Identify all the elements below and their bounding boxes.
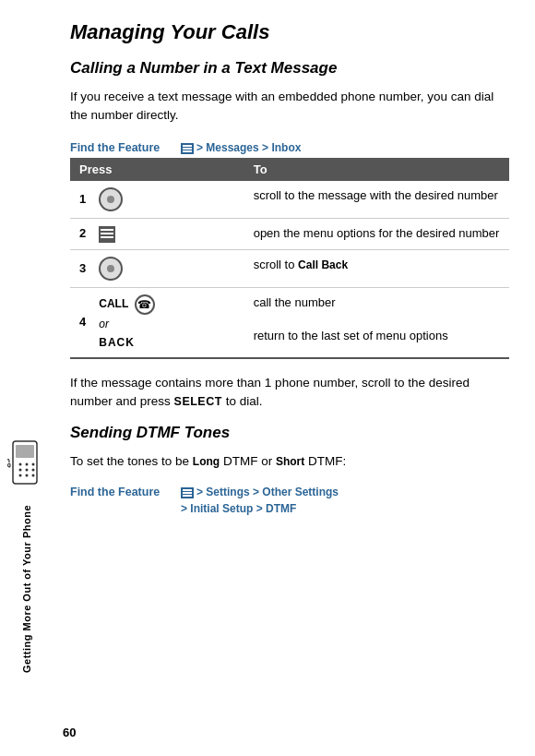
nav-circle-icon <box>99 257 123 281</box>
svg-rect-1 <box>16 445 34 458</box>
short-keyword: Short <box>276 455 304 468</box>
svg-point-10 <box>32 474 35 476</box>
table-row: 3 scroll to Call Back <box>70 249 509 287</box>
nav-circle-icon <box>99 187 123 211</box>
find-feature-path: > Messages > Inbox <box>181 141 301 154</box>
press-cell <box>89 249 244 287</box>
call-back-keyword: Call Back <box>298 258 348 271</box>
body2-prefix: If the message contains more than 1 phon… <box>70 376 470 408</box>
to-cell: open the menu options for the desired nu… <box>244 219 509 250</box>
body1-mid: DTMF or <box>220 454 276 468</box>
page-number: 60 <box>63 726 76 739</box>
phone-graphic <box>7 439 46 496</box>
find-feature-row: Find the Feature > Messages > Inbox <box>70 138 509 158</box>
find-feature-path-2: > Settings > Other Settings > Initial Se… <box>181 484 339 517</box>
select-keyword: SELECT <box>174 395 222 408</box>
body2-suffix: to dial. <box>222 394 263 408</box>
svg-point-8 <box>19 474 22 476</box>
press-cell <box>89 219 244 250</box>
menu-icon-2 <box>181 487 194 498</box>
long-keyword: Long <box>193 455 220 468</box>
phone-receiver-icon: ☎ <box>135 294 155 315</box>
svg-point-3 <box>26 462 29 465</box>
or-text: or <box>99 317 234 332</box>
svg-point-4 <box>32 462 35 465</box>
press-cell: CALL ☎ or BACK <box>89 287 244 357</box>
back-key-label: BACK <box>99 336 135 349</box>
sidebar: Getting More Out of Your Phone <box>0 0 54 756</box>
section2-body1: To set the tones to be Long DTMF or Shor… <box>70 452 509 471</box>
menu-icon <box>181 143 194 154</box>
find-feature-row-2: Find the Feature > Settings > Other Sett… <box>70 484 509 517</box>
section2: Sending DTMF Tones To set the tones to b… <box>70 424 509 517</box>
table-row: 1 scroll to the message with the desired… <box>70 181 509 219</box>
section1-body2: If the message contains more than 1 phon… <box>70 374 509 412</box>
sidebar-label: Getting More Out of Your Phone <box>21 505 32 673</box>
press-cell <box>89 181 244 219</box>
section1-title: Calling a Number in a Text Message <box>70 59 509 78</box>
to-back-text: return to the last set of menu options <box>254 329 448 342</box>
to-cell: scroll to the message with the desired n… <box>244 181 509 219</box>
svg-point-2 <box>19 462 22 465</box>
step-number: 2 <box>70 219 89 250</box>
col-press-header: Press <box>70 158 244 181</box>
svg-point-5 <box>19 468 22 471</box>
svg-point-7 <box>32 468 35 471</box>
table-row: 2 open the menu options for the desired … <box>70 219 509 250</box>
to-cell: call the number return to the last set o… <box>244 287 509 357</box>
to-cell: scroll to Call Back <box>244 249 509 287</box>
instructions-table: Press To 1 scroll to the message with th… <box>70 158 509 359</box>
find-feature-label: Find the Feature <box>70 141 181 154</box>
body1-suffix: DTMF: <box>304 454 346 468</box>
step-number: 3 <box>70 249 89 287</box>
svg-point-6 <box>26 468 29 471</box>
step-number: 1 <box>70 181 89 219</box>
section2-title: Sending DTMF Tones <box>70 424 509 442</box>
table-row: 4 CALL ☎ or BACK call the number return … <box>70 287 509 357</box>
body1-prefix: To set the tones to be <box>70 454 193 468</box>
col-to-header: To <box>244 158 509 181</box>
call-key-label: CALL <box>99 297 128 310</box>
main-content: Managing Your Calls Calling a Number in … <box>54 0 535 756</box>
to-call-text: call the number <box>254 295 336 309</box>
section1-body1: If you receive a text message with an em… <box>70 88 509 126</box>
step-number: 4 <box>70 287 89 357</box>
svg-point-9 <box>26 474 29 476</box>
page-title: Managing Your Calls <box>70 20 509 44</box>
find-feature-label-2: Find the Feature <box>70 484 181 498</box>
menu-square-icon <box>99 226 115 243</box>
